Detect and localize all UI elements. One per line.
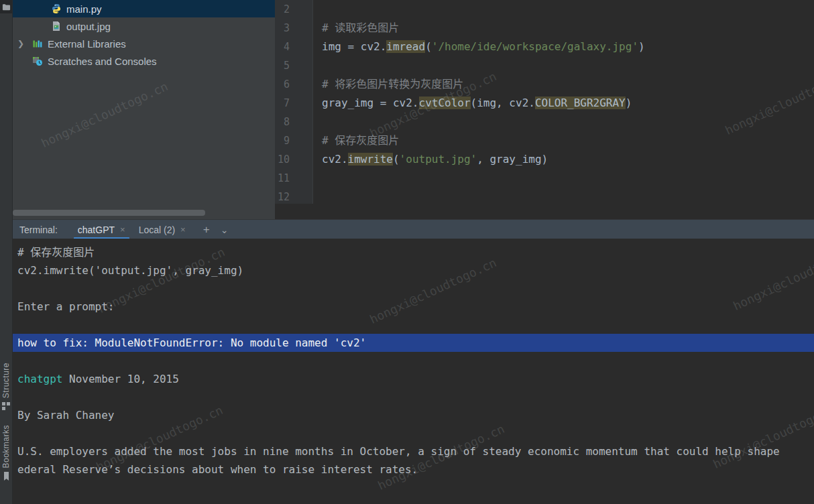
code-line-8 xyxy=(322,113,814,131)
line-number[interactable]: 8 xyxy=(275,113,290,131)
terminal-line: # 保存灰度图片 xyxy=(13,243,814,261)
libraries-icon xyxy=(32,38,48,49)
code-line-2 xyxy=(322,0,814,19)
code-line-4: img = cv2.imread('/home/ide/workspace/ga… xyxy=(322,38,814,56)
line-number[interactable]: 7 xyxy=(275,94,290,113)
scratches-icon xyxy=(32,56,48,66)
tree-item-output-jpg[interactable]: output.jpg xyxy=(13,17,275,35)
terminal-line xyxy=(13,279,814,298)
project-tool-button[interactable] xyxy=(0,0,12,13)
line-number[interactable]: 11 xyxy=(275,169,290,188)
line-number[interactable]: 2 xyxy=(275,0,290,19)
line-number[interactable]: 12 xyxy=(275,188,290,204)
terminal-output[interactable]: # 保存灰度图片cv2.imwrite('output.jpg', gray_i… xyxy=(13,239,814,504)
code-line-5 xyxy=(322,56,814,75)
project-horizontal-scrollbar[interactable] xyxy=(13,210,205,216)
structure-icon xyxy=(2,401,11,410)
terminal-line: chatgpt November 10, 2015 xyxy=(13,370,814,388)
code-line-10: cv2.imwrite('output.jpg', gray_img) xyxy=(322,150,814,169)
terminal-tab-local-2-[interactable]: Local (2)× xyxy=(132,220,192,239)
code-line-12 xyxy=(322,188,814,204)
tree-item-main-py[interactable]: main.py xyxy=(13,0,275,17)
tree-item-label: output.jpg xyxy=(66,21,111,32)
line-number[interactable]: 6 xyxy=(275,75,290,94)
image-file-icon xyxy=(51,21,66,32)
tab-label: chatGPT xyxy=(78,225,115,235)
code-line-7: gray_img = cv2.cvtColor(img, cv2.COLOR_B… xyxy=(322,94,814,113)
terminal-line xyxy=(13,316,814,334)
structure-tool-button[interactable]: Structure xyxy=(0,363,12,410)
left-tool-stripe: Structure Bookmarks xyxy=(0,0,13,504)
code-line-11 xyxy=(322,169,814,188)
terminal-tabbar: Terminal: chatGPT×Local (2)× + ⌄ xyxy=(13,219,814,239)
code-line-3: # 读取彩色图片 xyxy=(322,19,814,38)
structure-label: Structure xyxy=(1,363,11,398)
terminal-line: By Sarah Chaney xyxy=(13,406,814,424)
terminal-tab-chatgpt[interactable]: chatGPT× xyxy=(71,220,132,239)
terminal-line xyxy=(13,424,814,442)
tree-item-scratches-and-consoles[interactable]: Scratches and Consoles xyxy=(13,52,275,70)
python-icon xyxy=(51,3,66,14)
folder-icon xyxy=(2,3,11,11)
chevron-right-icon[interactable]: ❯ xyxy=(17,39,24,48)
editor-code-area[interactable]: # 读取彩色图片img = cv2.imread('/home/ide/work… xyxy=(313,0,814,204)
code-line-6: # 将彩色图片转换为灰度图片 xyxy=(322,75,814,94)
terminal-selected-line: how to fix: ModuleNotFoundError: No modu… xyxy=(13,334,814,352)
code-editor[interactable]: 23456789101112 # 读取彩色图片img = cv2.imread(… xyxy=(275,0,814,219)
code-line-9: # 保存灰度图片 xyxy=(322,131,814,150)
project-tree-panel: main.pyoutput.jpg❯External LibrariesScra… xyxy=(13,0,275,219)
bookmarks-label: Bookmarks xyxy=(1,425,11,468)
chevron-down-icon[interactable]: ⌄ xyxy=(221,225,229,235)
close-icon[interactable]: × xyxy=(180,225,186,234)
terminal-title: Terminal: xyxy=(19,225,58,235)
terminal-line: ederal Reserve’s decisions about when to… xyxy=(13,460,814,479)
terminal-line: cv2.imwrite('output.jpg', gray_img) xyxy=(13,261,814,279)
editor-gutter[interactable]: 23456789101112 xyxy=(275,0,313,204)
tab-label: Local (2) xyxy=(139,225,175,235)
line-number[interactable]: 4 xyxy=(275,38,290,56)
terminal-line: Enter a prompt: xyxy=(13,298,814,316)
terminal-line xyxy=(13,388,814,406)
line-number[interactable]: 5 xyxy=(275,56,290,75)
tree-item-label: main.py xyxy=(66,3,102,15)
terminal-line xyxy=(13,352,814,370)
line-number[interactable]: 3 xyxy=(275,19,290,38)
line-number[interactable]: 9 xyxy=(275,131,290,150)
add-terminal-icon[interactable]: + xyxy=(203,224,210,235)
tree-item-label: External Libraries xyxy=(48,38,126,50)
terminal-line: U.S. employers added the most jobs in ni… xyxy=(13,442,814,460)
bookmarks-tool-button[interactable]: Bookmarks xyxy=(0,425,12,481)
tree-item-label: Scratches and Consoles xyxy=(48,56,157,67)
bookmark-icon xyxy=(2,472,11,481)
close-icon[interactable]: × xyxy=(120,225,125,234)
ide-window: Structure Bookmarks main.pyoutput.jpg❯Ex… xyxy=(0,0,814,504)
line-number[interactable]: 10 xyxy=(275,150,290,169)
tree-item-external-libraries[interactable]: ❯External Libraries xyxy=(13,35,275,52)
